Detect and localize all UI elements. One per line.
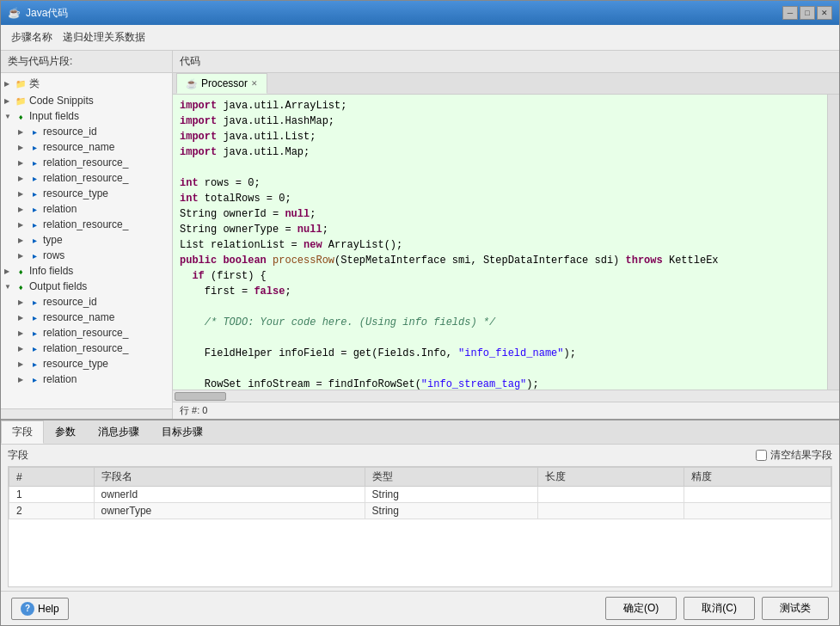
tree-arrow: ▶ [18, 206, 27, 213]
table-cell: 1 [9, 487, 95, 503]
tree-item[interactable]: ▶ ▸ resource_id [1, 124, 172, 139]
tree-arrow: ▶ [18, 360, 27, 368]
tree-item[interactable]: ▶ 📁 类 [1, 75, 172, 93]
bottom-area: 字段 参数 消息步骤 目标步骤 字段 清空结果字段 # 字段名 [1, 419, 839, 591]
field-icon: ▸ [28, 218, 40, 230]
field-icon: ▸ [28, 126, 40, 138]
tree-item-label: rows [43, 249, 64, 261]
tree-arrow: ▶ [18, 221, 27, 229]
right-panel: 代码 ☕ Processor ✕ import java.util.ArrayL… [173, 51, 839, 419]
field-icon: ▸ [28, 373, 40, 385]
tab-fields[interactable]: 字段 [1, 420, 44, 444]
group-icon: ⬧ [15, 110, 27, 122]
test-button[interactable]: 测试类 [762, 597, 829, 620]
main-window: ☕ Java代码 ─ □ ✕ 步骤名称 递归处理关系数据 类与代码片段: ▶ 📁… [0, 0, 840, 626]
folder-icon: 📁 [15, 78, 27, 90]
window-title: Java代码 [26, 6, 782, 21]
tree-item[interactable]: ▼ ⬧ Input fields [1, 108, 172, 124]
tree-item[interactable]: ▶ ▸ relation_resource_ [1, 170, 172, 186]
clear-checkbox[interactable] [756, 450, 767, 461]
tree-area[interactable]: ▶ 📁 类 ▶ 📁 Code Snippits ▼ ⬧ Input fields… [1, 73, 172, 408]
h-scrollbar[interactable] [1, 408, 172, 419]
main-area: 类与代码片段: ▶ 📁 类 ▶ 📁 Code Snippits ▼ ⬧ Inpu… [1, 51, 839, 419]
help-label: Help [38, 603, 59, 615]
tree-item[interactable]: ▶ ▸ relation_resource_ [1, 217, 172, 232]
tree-item[interactable]: ▶ ▸ relation_resource_ [1, 325, 172, 341]
tree-arrow: ▶ [18, 190, 27, 198]
tree-item-label: type [43, 234, 63, 246]
table-cell [537, 487, 684, 503]
cancel-button[interactable]: 取消(C) [684, 597, 755, 620]
tree-item[interactable]: ▶ ▸ resource_name [1, 139, 172, 155]
tree-item-label: relation [43, 203, 77, 215]
tree-arrow: ▶ [18, 128, 27, 136]
tab-label: Processor [201, 77, 248, 89]
code-scroll-area[interactable]: import java.util.ArrayList; import java.… [173, 95, 827, 390]
tree-item[interactable]: ▶ ▸ relation_resource_ [1, 155, 172, 170]
group-icon: ⬧ [15, 265, 27, 277]
col-length: 长度 [537, 468, 684, 487]
tree-item[interactable]: ▶ ▸ relation [1, 371, 172, 387]
v-scrollbar[interactable] [827, 95, 839, 390]
table-row: 2ownerTypeString [9, 503, 831, 519]
tree-arrow: ▶ [18, 329, 27, 337]
footer: ? Help 确定(O) 取消(C) 测试类 [1, 591, 839, 625]
help-button[interactable]: ? Help [11, 598, 69, 620]
group-icon: ⬧ [15, 280, 27, 292]
tree-item[interactable]: ▶ ⬧ Info fields [1, 263, 172, 279]
tree-item[interactable]: ▶ ▸ resource_name [1, 310, 172, 325]
clear-result-check[interactable]: 清空结果字段 [756, 448, 832, 463]
footer-right: 确定(O) 取消(C) 测试类 [605, 597, 829, 620]
field-icon: ▸ [28, 327, 40, 339]
code-h-scroll[interactable] [173, 390, 839, 402]
tab-processor[interactable]: ☕ Processor ✕ [176, 73, 267, 94]
maximize-button[interactable]: □ [800, 6, 815, 20]
tree-item-label: relation_resource_ [43, 172, 128, 184]
left-panel: 类与代码片段: ▶ 📁 类 ▶ 📁 Code Snippits ▼ ⬧ Inpu… [1, 51, 173, 419]
minimize-button[interactable]: ─ [782, 6, 798, 20]
tree-item[interactable]: ▶ 📁 Code Snippits [1, 93, 172, 108]
tree-item[interactable]: ▶ ▸ relation_resource_ [1, 341, 172, 356]
tree-item-label: resource_type [43, 187, 108, 199]
table-cell: 2 [9, 503, 95, 519]
tree-arrow: ▶ [4, 97, 13, 105]
h-scroll-thumb[interactable] [175, 392, 226, 401]
tree-item-label: relation_resource_ [43, 156, 128, 169]
table-cell: String [365, 487, 537, 503]
bottom-header: 字段 清空结果字段 [8, 448, 832, 463]
table-cell: String [365, 503, 537, 519]
tab-params[interactable]: 参数 [44, 420, 87, 444]
code-content: import java.util.ArrayList; import java.… [173, 95, 839, 390]
tree-arrow: ▶ [4, 267, 13, 275]
tree-item-label: relation_resource_ [43, 218, 128, 230]
confirm-button[interactable]: 确定(O) [605, 597, 677, 620]
tree-item[interactable]: ▶ ▸ type [1, 232, 172, 248]
tree-arrow: ▶ [4, 80, 13, 88]
tree-item[interactable]: ▶ ▸ rows [1, 248, 172, 263]
code-tab-bar: ☕ Processor ✕ [173, 73, 839, 95]
tree-arrow: ▶ [18, 144, 27, 151]
tree-item[interactable]: ▶ ▸ resource_type [1, 186, 172, 201]
tree-item[interactable]: ▼ ⬧ Output fields [1, 279, 172, 294]
step-name-value: 递归处理关系数据 [63, 30, 145, 45]
tab-message-steps[interactable]: 消息步骤 [87, 420, 150, 444]
step-bar: 步骤名称 递归处理关系数据 [1, 25, 839, 51]
col-type: 类型 [365, 468, 537, 487]
tree-item[interactable]: ▶ ▸ resource_type [1, 356, 172, 371]
tree-item[interactable]: ▶ ▸ relation [1, 201, 172, 217]
close-button[interactable]: ✕ [817, 6, 832, 20]
field-icon: ▸ [28, 249, 40, 261]
tab-target-steps[interactable]: 目标步骤 [150, 420, 214, 444]
tree-item-label: Info fields [29, 265, 73, 277]
tab-close-icon[interactable]: ✕ [251, 79, 258, 88]
tree-arrow: ▶ [18, 298, 27, 306]
col-field-name: 字段名 [94, 468, 365, 487]
tree-item-label: relation [43, 373, 77, 385]
tree-item[interactable]: ▶ ▸ resource_id [1, 294, 172, 310]
fields-label: 字段 [8, 448, 28, 463]
table-row: 1ownerIdString [9, 487, 831, 503]
field-icon: ▸ [28, 203, 40, 215]
tree-item-label: relation_resource_ [43, 327, 128, 339]
field-icon: ▸ [28, 296, 40, 308]
code-label: 代码 [173, 51, 839, 73]
